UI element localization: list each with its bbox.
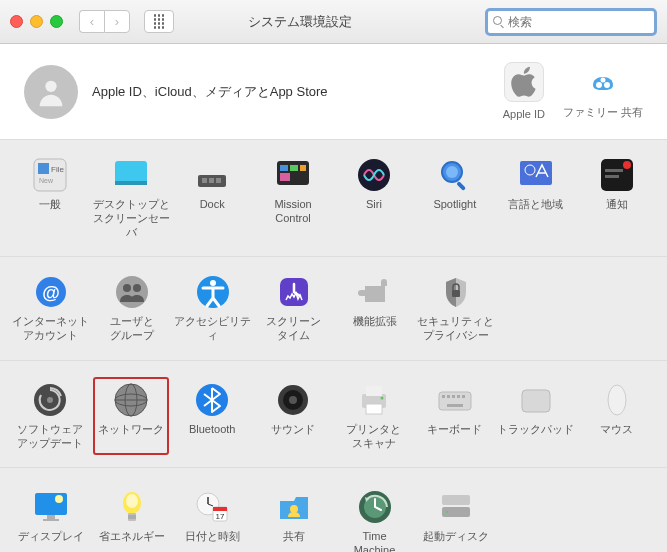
update-label: ソフトウェア アップデート [17, 423, 83, 451]
svg-point-0 [45, 80, 56, 91]
spotlight-label: Spotlight [433, 198, 476, 225]
security-label: セキュリティと プライバシー [417, 315, 494, 343]
search-input[interactable] [506, 14, 649, 30]
pref-panel-1: インターネット アカウントユーザと グループアクセシビリティスクリーン タイム機… [0, 257, 667, 361]
spotlight-icon [437, 157, 473, 193]
accessibility-icon [195, 274, 231, 310]
profile-section: Apple ID、iCloud、メディアとApp Store Apple ID … [0, 44, 667, 140]
pref-users[interactable]: ユーザと グループ [91, 274, 172, 343]
extensions-icon [357, 274, 393, 310]
pref-displays[interactable]: ディスプレイ [10, 489, 91, 552]
language-label: 言語と地域 [508, 198, 563, 225]
pref-keyboard[interactable]: キーボード [414, 382, 495, 451]
internet-icon [33, 274, 69, 310]
svg-point-2 [604, 82, 610, 88]
highlight-box: ネットワーク [93, 377, 169, 455]
svg-point-3 [600, 77, 605, 82]
printers-icon [356, 382, 392, 418]
pref-bluetooth[interactable]: Bluetooth [172, 382, 253, 451]
mission-label: Mission Control [274, 198, 311, 226]
sharing-icon [276, 489, 312, 525]
pref-internet[interactable]: インターネット アカウント [10, 274, 91, 343]
pref-network[interactable]: ネットワーク [91, 382, 172, 451]
pref-screentime[interactable]: スクリーン タイム [253, 274, 334, 343]
pref-desktop[interactable]: デスクトップと スクリーンセーバ [91, 157, 172, 239]
desktop-label: デスクトップと スクリーンセーバ [91, 198, 172, 239]
mouse-icon [599, 382, 635, 418]
energy-icon [114, 489, 150, 525]
apple-id-button[interactable]: Apple ID [503, 62, 545, 121]
datetime-icon [195, 489, 231, 525]
users-label: ユーザと グループ [110, 315, 154, 343]
pref-panel-3: ディスプレイ省エネルギー日付と時刻共有Time Machine起動ディスク [0, 468, 667, 552]
dock-label: Dock [200, 198, 225, 225]
pref-accessibility[interactable]: アクセシビリティ [172, 274, 253, 343]
keyboard-icon [437, 382, 473, 418]
pref-dock[interactable]: Dock [172, 157, 253, 239]
apple-id-label: Apple ID [503, 108, 545, 121]
pref-datetime[interactable]: 日付と時刻 [172, 489, 253, 552]
pref-timemachine[interactable]: Time Machine [334, 489, 415, 552]
close-icon[interactable] [10, 15, 23, 28]
sharing-label: 共有 [283, 530, 305, 552]
network-label: ネットワーク [98, 423, 164, 450]
pref-mouse[interactable]: マウス [576, 382, 657, 451]
minimize-icon[interactable] [30, 15, 43, 28]
language-icon [518, 157, 554, 193]
pref-security[interactable]: セキュリティと プライバシー [415, 274, 496, 343]
datetime-label: 日付と時刻 [185, 530, 240, 552]
apple-icon [504, 62, 544, 102]
dock-icon [194, 157, 230, 193]
bluetooth-label: Bluetooth [189, 423, 235, 450]
pref-extensions[interactable]: 機能拡張 [334, 274, 415, 343]
pref-siri[interactable]: Siri [334, 157, 415, 239]
accessibility-label: アクセシビリティ [172, 315, 253, 343]
desktop-icon [113, 157, 149, 193]
traffic-lights [10, 15, 63, 28]
pref-printers[interactable]: プリンタと スキャナ [334, 382, 415, 451]
svg-point-1 [596, 82, 602, 88]
notifications-label: 通知 [606, 198, 628, 225]
general-label: 一般 [39, 198, 61, 225]
pref-language[interactable]: 言語と地域 [495, 157, 576, 239]
siri-label: Siri [366, 198, 382, 225]
mouse-label: マウス [600, 423, 633, 450]
printers-label: プリンタと スキャナ [346, 423, 401, 451]
timemachine-label: Time Machine [354, 530, 396, 552]
pref-sharing[interactable]: 共有 [253, 489, 334, 552]
family-label: ファミリー 共有 [563, 106, 643, 119]
pref-spotlight[interactable]: Spotlight [414, 157, 495, 239]
zoom-icon[interactable] [50, 15, 63, 28]
avatar[interactable] [24, 65, 78, 119]
energy-label: 省エネルギー [99, 530, 165, 552]
notifications-icon [599, 157, 635, 193]
security-icon [438, 274, 474, 310]
sound-icon [275, 382, 311, 418]
pref-energy[interactable]: 省エネルギー [91, 489, 172, 552]
pref-panel-2: ソフトウェア アップデートネットワークBluetoothサウンドプリンタと スキ… [0, 361, 667, 469]
pref-mission[interactable]: Mission Control [253, 157, 334, 239]
siri-icon [356, 157, 392, 193]
pref-sound[interactable]: サウンド [253, 382, 334, 451]
internet-label: インターネット アカウント [12, 315, 89, 343]
general-icon [32, 157, 68, 193]
pref-update[interactable]: ソフトウェア アップデート [10, 382, 91, 451]
update-icon [32, 382, 68, 418]
pref-panel-0: 一般デスクトップと スクリーンセーバDockMission ControlSir… [0, 140, 667, 257]
screentime-icon [276, 274, 312, 310]
pref-general[interactable]: 一般 [10, 157, 91, 239]
bluetooth-icon [194, 382, 230, 418]
back-button[interactable]: ‹ [79, 10, 104, 33]
keyboard-label: キーボード [427, 423, 482, 450]
window-title: システム環境設定 [122, 13, 477, 31]
trackpad-label: トラックパッド [497, 423, 574, 450]
pref-startup[interactable]: 起動ディスク [415, 489, 496, 552]
search-field[interactable] [485, 8, 657, 36]
extensions-label: 機能拡張 [353, 315, 397, 342]
timemachine-icon [357, 489, 393, 525]
pref-trackpad[interactable]: トラックパッド [495, 382, 576, 451]
pref-notifications[interactable]: 通知 [576, 157, 657, 239]
family-sharing-button[interactable]: ファミリー 共有 [563, 62, 643, 121]
titlebar: ‹ › システム環境設定 [0, 0, 667, 44]
trackpad-icon [518, 382, 554, 418]
